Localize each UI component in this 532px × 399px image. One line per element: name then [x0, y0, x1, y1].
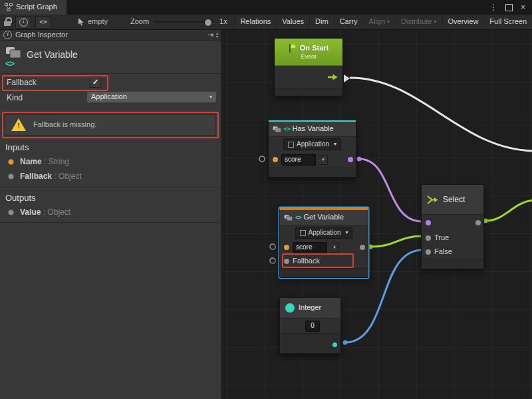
fallback-port-label: Fallback [293, 257, 320, 265]
node-on-start[interactable]: On Start Event [274, 38, 343, 96]
wire-on-start[interactable] [350, 78, 532, 151]
outputs-header: Outputs [5, 193, 36, 203]
node-title: Select [443, 195, 465, 204]
lock-icon[interactable] [4, 17, 11, 27]
get-variable-fallback-port-ring[interactable] [270, 258, 275, 263]
variables-icon [284, 214, 293, 221]
zoom-label: Zoom [130, 17, 149, 26]
scroll-down-icon[interactable]: ▾ [216, 35, 218, 39]
checkmark-icon: ✓ [92, 78, 98, 86]
wire-false-start-dot [343, 340, 348, 345]
wire-true[interactable] [370, 236, 422, 247]
has-variable-output-port[interactable] [348, 157, 353, 162]
graph-toolbar: i <> empty Zoom 1x Relations Values Dim … [0, 15, 532, 30]
node-get-variable[interactable]: <> Get Variable Application ▾ score ▾ Fa… [279, 207, 368, 278]
on-start-output-port[interactable] [344, 74, 350, 82]
overview-button[interactable]: Overview [442, 15, 484, 29]
node-has-variable[interactable]: <> Has Variable Application ▾ score ▾ [268, 120, 356, 178]
zoom-slider-handle[interactable] [204, 19, 212, 27]
kebab-menu-icon[interactable]: ⋮ [489, 3, 497, 12]
integer-type-icon [285, 303, 295, 313]
info-icon: i [19, 18, 28, 27]
selection-status: empty [78, 17, 108, 26]
select-icon [427, 195, 438, 205]
kind-dropdown[interactable]: Application ▾ [86, 91, 217, 103]
maximize-icon[interactable] [505, 4, 513, 11]
tab-label: Script Graph [16, 3, 57, 11]
integer-output-port[interactable] [332, 342, 337, 347]
has-variable-kind-dropdown[interactable]: Application ▾ [283, 138, 341, 150]
dock-icon[interactable]: ⇥ [207, 31, 213, 39]
chevron-down-icon: ▾ [345, 229, 348, 236]
cursor-icon [78, 18, 84, 26]
chevron-down-icon: ▾ [209, 94, 212, 100]
carry-button[interactable]: Carry [334, 15, 363, 29]
wire-condition-start-dot [357, 157, 362, 162]
distribute-dropdown[interactable]: Distribute▾ [395, 15, 442, 29]
variable-suggest-button[interactable]: ▾ [319, 155, 328, 165]
variables-icon [273, 126, 281, 133]
fallback-input-port[interactable] [284, 259, 289, 264]
wire-select-output[interactable] [485, 200, 532, 221]
integer-header[interactable]: Integer [280, 298, 340, 319]
node-title: Integer [299, 303, 321, 312]
values-button[interactable]: Values [276, 15, 309, 29]
node-integer[interactable]: Integer 0 [279, 297, 341, 354]
code-icon: <> [295, 214, 301, 221]
variable-name-field[interactable]: score [281, 154, 316, 166]
warning-icon: ! [11, 118, 27, 132]
fallback-checkbox[interactable]: ✓ [90, 76, 101, 88]
false-port-label: False [434, 247, 452, 256]
wires-layer [221, 29, 532, 399]
has-variable-header[interactable]: <> Has Variable [269, 122, 356, 137]
select-output-port[interactable] [475, 220, 481, 225]
get-variable-kind-dropdown[interactable]: Application ▾ [295, 227, 353, 239]
get-variable-name-port-ring[interactable] [270, 244, 275, 249]
port-dot-name [8, 159, 14, 165]
true-port-label: True [434, 233, 449, 242]
node-select[interactable]: Select True False [421, 184, 484, 269]
wire-condition[interactable] [359, 159, 422, 221]
has-variable-name-port-ring[interactable] [259, 156, 265, 162]
dim-button[interactable]: Dim [309, 15, 334, 29]
select-header[interactable]: Select [422, 185, 483, 215]
titlebar: Script Graph ⋮ × [0, 0, 532, 15]
condition-input-port[interactable] [426, 220, 431, 225]
node-title: Has Variable [293, 124, 334, 133]
chevron-down-icon: ▾ [387, 19, 390, 25]
chevron-down-icon: ▾ [322, 157, 325, 162]
relations-button[interactable]: Relations [234, 15, 276, 29]
chevron-down-icon: ▾ [434, 19, 437, 25]
inspector-toggle-button[interactable]: i [15, 16, 31, 29]
variable-suggest-button[interactable]: ▾ [331, 243, 339, 253]
port-dot-value [8, 209, 14, 215]
full-screen-button[interactable]: Full Screen [483, 15, 532, 29]
graph-canvas[interactable]: On Start Event <> Has Variable Applic [221, 29, 532, 399]
chevron-down-icon: ▾ [334, 141, 336, 148]
on-start-header[interactable]: On Start Event [275, 39, 342, 66]
flow-arrow-icon [327, 74, 338, 80]
name-input-port[interactable] [273, 157, 278, 162]
name-input-port[interactable] [284, 245, 289, 250]
close-icon[interactable]: × [521, 3, 525, 12]
false-input-port[interactable] [426, 249, 431, 255]
flag-icon [289, 44, 297, 53]
chevron-down-icon: ▾ [333, 245, 336, 250]
output-row-value: Value : Object [20, 207, 70, 217]
code-view-button[interactable]: <> [35, 16, 51, 29]
get-variable-header[interactable]: <> Get Variable [280, 210, 368, 225]
variable-name-field[interactable]: score [293, 242, 327, 253]
zoom-slider[interactable] [154, 17, 215, 27]
input-row-name: Name : String [20, 157, 69, 166]
align-dropdown[interactable]: Align▾ [363, 15, 395, 29]
variables-icon [5, 47, 21, 59]
integer-value-field[interactable]: 0 [305, 321, 320, 332]
input-row-fallback: Fallback : Object [20, 172, 82, 181]
tab-script-graph[interactable]: Script Graph [0, 0, 66, 15]
script-graph-icon [5, 3, 13, 11]
application-icon [300, 230, 306, 236]
value-output-port[interactable] [360, 245, 365, 250]
true-input-port[interactable] [426, 235, 431, 241]
node-subtitle: Event [275, 53, 342, 61]
application-icon [288, 142, 294, 148]
